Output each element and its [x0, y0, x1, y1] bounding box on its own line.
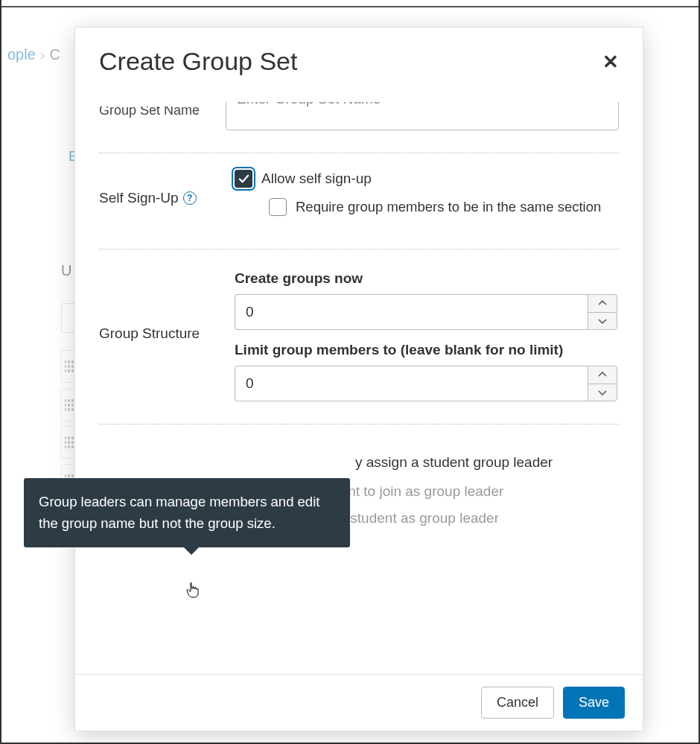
stepper-up-icon[interactable] [588, 294, 617, 312]
require-same-section-row[interactable]: Require group members to be in the same … [269, 198, 617, 216]
auto-assign-leader-row[interactable]: y assign a student group leader [355, 454, 643, 471]
stepper-up-icon[interactable] [588, 366, 617, 384]
modal-title: Create Group Set [99, 47, 297, 76]
create-group-set-modal: Create Group Set ✕ Group Set Name Enter … [74, 27, 643, 731]
limit-members-stepper[interactable] [235, 366, 617, 401]
cursor-pointer-icon [185, 581, 200, 599]
require-same-section-checkbox[interactable] [269, 198, 287, 216]
create-groups-stepper[interactable] [235, 294, 617, 330]
leadership-tooltip: Group leaders can manage members and edi… [24, 478, 350, 547]
allow-self-signup-row[interactable]: Allow self sign-up [235, 170, 617, 188]
require-same-section-label: Require group members to be in the same … [296, 199, 601, 215]
group-set-name-row: Group Set Name Enter Group Set Name [99, 102, 619, 153]
group-structure-section: Group Structure Create groups now Limit … [99, 249, 619, 425]
limit-members-label: Limit group members to (leave blank for … [235, 342, 617, 358]
help-icon[interactable]: ? [183, 191, 197, 205]
group-structure-label: Group Structure [99, 325, 226, 342]
cancel-button[interactable]: Cancel [481, 687, 554, 719]
modal-footer: Cancel Save [75, 674, 643, 731]
save-button[interactable]: Save [563, 687, 625, 719]
group-set-name-input[interactable]: Enter Group Set Name [226, 102, 619, 130]
group-set-name-label: Group Set Name [99, 106, 226, 118]
allow-self-signup-label: Allow self sign-up [261, 171, 372, 187]
auto-assign-leader-label: y assign a student group leader [355, 454, 553, 471]
self-signup-section: Self Sign-Up ? Allow self sign-up Requir… [99, 153, 619, 249]
stepper-down-icon[interactable] [588, 384, 617, 402]
modal-body: Group Set Name Enter Group Set Name Self… [75, 102, 643, 674]
stepper-down-icon[interactable] [588, 312, 617, 331]
modal-header: Create Group Set ✕ [75, 28, 643, 97]
create-groups-input[interactable] [235, 294, 588, 330]
close-icon[interactable]: ✕ [602, 52, 619, 71]
self-signup-label: Self Sign-Up ? [99, 190, 226, 206]
create-groups-label: Create groups now [235, 270, 617, 287]
allow-self-signup-checkbox[interactable] [235, 170, 252, 188]
limit-members-input[interactable] [235, 366, 588, 401]
